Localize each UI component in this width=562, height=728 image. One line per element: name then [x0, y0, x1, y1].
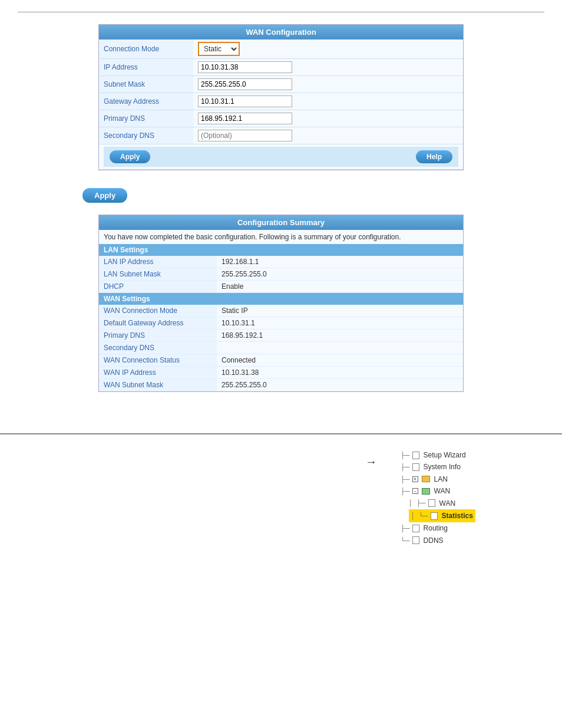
secondary-dns-cell [193, 127, 463, 144]
wan-ip-value: 10.10.31.38 [217, 367, 463, 379]
ip-address-label: IP Address [99, 59, 193, 76]
apply-standalone-container: Apply [82, 188, 544, 203]
dhcp-value: Enable [217, 281, 463, 293]
doc-icon-sysinfo [412, 463, 419, 471]
gateway-row: Gateway Address [99, 93, 463, 110]
secondary-dns-input[interactable] [198, 130, 292, 141]
wan-mode-row: WAN Connection Mode Static IP [99, 305, 463, 317]
top-divider [18, 12, 544, 12]
subnet-mask-input[interactable] [198, 78, 292, 90]
doc-icon-setup [412, 452, 419, 459]
primary-dns-label: Primary DNS [99, 110, 193, 127]
nav-item-statistics[interactable]: │ └─ Statistics [409, 509, 475, 522]
sum-primary-dns-value: 168.95.192.1 [217, 330, 463, 342]
wan-section-label: WAN Settings [99, 293, 463, 305]
ip-address-row: IP Address [99, 59, 463, 76]
tree-branch-wan-page: │ ├─ [409, 498, 426, 509]
secondary-dns-label: Secondary DNS [99, 127, 193, 144]
wan-status-label: WAN Connection Status [99, 354, 217, 367]
doc-icon-routing [412, 525, 419, 532]
subnet-mask-row: Subnet Mask [99, 76, 463, 93]
wan-subnet-label: WAN Subnet Mask [99, 379, 217, 391]
doc-icon-statistics [431, 512, 438, 520]
subnet-mask-cell [193, 76, 463, 93]
default-gw-value: 10.10.31.1 [217, 317, 463, 330]
wan-mode-value: Static IP [217, 305, 463, 317]
sum-primary-dns-label: Primary DNS [99, 330, 217, 342]
wan-mode-label: WAN Connection Mode [99, 305, 217, 317]
nav-tree: ├─ Setup Wizard ├─ System Info ├─ + LAN … [401, 449, 475, 546]
primary-dns-cell [193, 110, 463, 127]
tree-branch-wan: ├─ [401, 486, 410, 497]
sum-primary-dns-row: Primary DNS 168.95.192.1 [99, 330, 463, 342]
summary-desc-row: You have now completed the basic configu… [99, 230, 463, 244]
standalone-apply-button[interactable]: Apply [82, 188, 127, 203]
nav-item-setup-wizard[interactable]: ├─ Setup Wizard [401, 449, 475, 461]
nav-item-ddns[interactable]: └─ DDNS [401, 535, 475, 546]
lan-ip-row: LAN IP Address 192.168.1.1 [99, 256, 463, 268]
summary-table: Configuration Summary You have now compl… [99, 215, 463, 391]
nav-label-system-info: System Info [424, 461, 461, 473]
gateway-cell [193, 93, 463, 110]
tree-branch-lan: ├─ [401, 474, 410, 485]
folder-icon-wan [422, 488, 430, 495]
gateway-label: Gateway Address [99, 93, 193, 110]
lan-section-label: LAN Settings [99, 244, 463, 256]
wan-config-title: WAN Configuration [99, 25, 463, 39]
dhcp-row: DHCP Enable [99, 281, 463, 293]
wan-section-header-row: WAN Settings [99, 293, 463, 305]
lan-section-header-row: LAN Settings [99, 244, 463, 256]
wan-config-table: Connection Mode Static DHCP PPPoE IP Add… [99, 39, 463, 170]
nav-label-lan: LAN [434, 473, 448, 485]
wan-help-button[interactable]: Help [416, 150, 452, 163]
nav-label-ddns: DDNS [424, 535, 444, 546]
wan-subnet-value: 255.255.255.0 [217, 379, 463, 391]
connection-mode-label: Connection Mode [99, 39, 193, 59]
dhcp-label: DHCP [99, 281, 217, 293]
plus-box-lan: + [412, 476, 418, 482]
folder-icon-lan [422, 476, 430, 482]
lan-ip-label: LAN IP Address [99, 256, 217, 268]
wan-subnet-row: WAN Subnet Mask 255.255.255.0 [99, 379, 463, 391]
connection-mode-select[interactable]: Static DHCP PPPoE [198, 42, 240, 56]
nav-label-setup-wizard: Setup Wizard [424, 449, 466, 461]
wan-apply-button[interactable]: Apply [110, 150, 150, 163]
nav-label-wan-folder: WAN [434, 485, 451, 497]
lan-subnet-value: 255.255.255.0 [217, 268, 463, 281]
sum-secondary-dns-value [217, 342, 463, 354]
nav-item-wan-folder[interactable]: ├─ - WAN [401, 485, 475, 497]
nav-section: → ├─ Setup Wizard ├─ System Info ├─ + LA… [0, 446, 562, 458]
tree-branch-routing: ├─ [401, 523, 410, 534]
tree-branch-statistics: │ └─ [411, 510, 428, 522]
wan-button-row: Apply Help [104, 147, 458, 167]
bottom-divider [0, 433, 562, 434]
wan-ip-row: WAN IP Address 10.10.31.38 [99, 367, 463, 379]
config-summary-panel: Configuration Summary You have now compl… [98, 215, 464, 392]
nav-item-lan[interactable]: ├─ + LAN [401, 473, 475, 485]
lan-subnet-row: LAN Subnet Mask 255.255.255.0 [99, 268, 463, 281]
connection-mode-row: Connection Mode Static DHCP PPPoE [99, 39, 463, 59]
minus-box-wan: - [412, 488, 418, 494]
doc-icon-ddns [412, 536, 419, 544]
wan-status-row: WAN Connection Status Connected [99, 354, 463, 367]
secondary-dns-row: Secondary DNS [99, 127, 463, 144]
tree-branch-setup: ├─ [401, 450, 410, 461]
nav-item-routing[interactable]: ├─ Routing [401, 522, 475, 534]
nav-item-system-info[interactable]: ├─ System Info [401, 461, 475, 473]
nav-item-wan-page[interactable]: │ ├─ WAN [409, 498, 475, 509]
summary-title: Configuration Summary [99, 215, 463, 230]
lan-subnet-label: LAN Subnet Mask [99, 268, 217, 281]
wan-ip-label: WAN IP Address [99, 367, 217, 379]
ip-address-input[interactable] [198, 61, 292, 73]
wan-config-panel: WAN Configuration Connection Mode Static… [98, 24, 464, 170]
tree-branch-sysinfo: ├─ [401, 462, 410, 473]
subnet-mask-label: Subnet Mask [99, 76, 193, 93]
summary-description: You have now completed the basic configu… [99, 230, 463, 244]
primary-dns-input[interactable] [198, 113, 292, 124]
gateway-input[interactable] [198, 95, 292, 107]
primary-dns-row: Primary DNS [99, 110, 463, 127]
default-gw-row: Default Gateway Address 10.10.31.1 [99, 317, 463, 330]
ip-address-cell [193, 59, 463, 76]
arrow-icon: → [365, 455, 377, 469]
doc-icon-wan-page [428, 499, 435, 507]
